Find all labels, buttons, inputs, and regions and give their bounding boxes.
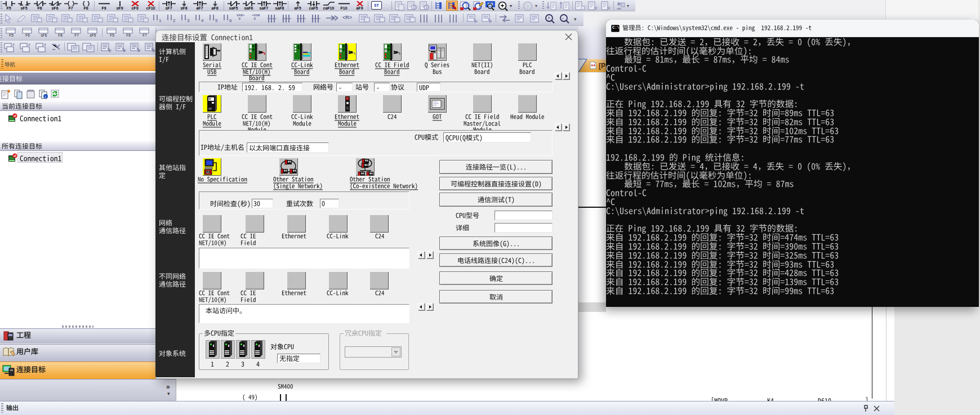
svg-text:6: 6 [229, 18, 232, 23]
svg-text:-: - [562, 15, 564, 21]
svg-text:3: 3 [187, 18, 190, 23]
svg-text:5: 5 [215, 18, 218, 23]
svg-text:4: 4 [201, 18, 204, 23]
svg-text:i: i [45, 95, 46, 99]
svg-text:?: ? [526, 3, 529, 10]
svg-text:1: 1 [159, 18, 162, 23]
svg-text:+: + [547, 15, 550, 21]
svg-text:2: 2 [173, 18, 176, 23]
